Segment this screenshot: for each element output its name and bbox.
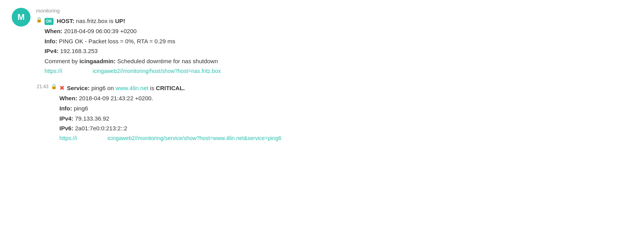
host-label: HOST: bbox=[57, 18, 74, 24]
info-value-2: ping6 bbox=[74, 105, 88, 112]
ipv4-value-1: 192.168.3.253 bbox=[60, 48, 98, 54]
info-line-2: Info: ping6 bbox=[59, 104, 632, 114]
host-status-up: UP! bbox=[115, 18, 125, 24]
ipv4-label-2: IPv4: bbox=[59, 115, 73, 122]
comment-text: Scheduled downtime for nas shutdown bbox=[116, 58, 218, 64]
avatar: M bbox=[12, 8, 30, 27]
url-line-2[interactable]: https://i icingaweb2//monitoring/service… bbox=[59, 134, 632, 143]
timestamp-2: 21:43 bbox=[36, 84, 48, 89]
sender-name: monitoring bbox=[36, 8, 632, 14]
messages-column: monitoring 🔒 OK HOST: nas.fritz.box is U… bbox=[36, 8, 632, 147]
service-is: is bbox=[148, 85, 156, 91]
comment-author: icingaadmin: bbox=[79, 58, 116, 64]
message-row-1: 🔒 OK HOST: nas.fritz.box is UP! When: 20… bbox=[36, 16, 632, 76]
ipv4-line-1: IPv4: 192.168.3.253 bbox=[45, 46, 632, 56]
service-label: Service: bbox=[67, 85, 89, 91]
service-host-link[interactable]: www.4lin.net bbox=[115, 85, 148, 91]
service-title-line: ✖ Service: ping6 on www.4lin.net is CRIT… bbox=[59, 83, 632, 93]
ipv6-label: IPv6: bbox=[59, 125, 73, 131]
when-line-1: When: 2018-04-09 06:00:39 +0200 bbox=[45, 27, 632, 36]
when-label-2: When: bbox=[59, 95, 77, 101]
url-link-2[interactable]: https://i icingaweb2//monitoring/service… bbox=[59, 134, 281, 143]
ipv4-label-1: IPv4: bbox=[45, 48, 59, 54]
ipv4-value-2: 79.133.36.92 bbox=[75, 115, 109, 122]
info-value-1: PING OK - Packet loss = 0%, RTA = 0.29 m… bbox=[59, 38, 175, 44]
message-body-1: OK HOST: nas.fritz.box is UP! When: 2018… bbox=[45, 16, 632, 76]
message-group: M monitoring 🔒 OK HOST: nas.fritz.box is… bbox=[12, 8, 632, 147]
url-line-1[interactable]: https://i icingaweb2//monitoring/host/sh… bbox=[45, 67, 632, 76]
url-link-1[interactable]: https://i icingaweb2//monitoring/host/sh… bbox=[45, 67, 221, 76]
ipv6-line: IPv6: 2a01:7e0:0:213:2::2 bbox=[59, 124, 632, 133]
comment-line: Comment by icingaadmin: Scheduled downti… bbox=[45, 57, 632, 66]
host-title-line: OK HOST: nas.fritz.box is UP! bbox=[45, 16, 632, 26]
lock-icon-2: 🔒 bbox=[51, 84, 57, 89]
message-row-2: 21:43 🔒 ✖ Service: ping6 on www.4lin.net… bbox=[36, 83, 632, 143]
ipv6-value: 2a01:7e0:0:213:2::2 bbox=[75, 125, 127, 131]
service-name: ping6 on bbox=[91, 85, 116, 91]
when-label-1: When: bbox=[45, 28, 63, 34]
service-status-critical: CRITICAL. bbox=[156, 85, 185, 91]
info-line-1: Info: PING OK - Packet loss = 0%, RTA = … bbox=[45, 37, 632, 46]
when-value-1: 2018-04-09 06:00:39 +0200 bbox=[64, 28, 137, 34]
ipv4-line-2: IPv4: 79.133.36.92 bbox=[59, 114, 632, 124]
info-label-1: Info: bbox=[45, 38, 57, 44]
info-label-2: Info: bbox=[59, 105, 72, 112]
ok-badge: OK bbox=[45, 18, 54, 25]
when-value-2: 2018-04-09 21:43:22 +0200. bbox=[79, 95, 153, 101]
comment-pre: Comment by bbox=[45, 58, 79, 64]
message-body-2: ✖ Service: ping6 on www.4lin.net is CRIT… bbox=[59, 83, 632, 143]
when-line-2: When: 2018-04-09 21:43:22 +0200. bbox=[59, 94, 632, 103]
lock-icon-1: 🔒 bbox=[36, 17, 42, 23]
critical-icon: ✖ bbox=[59, 85, 64, 91]
